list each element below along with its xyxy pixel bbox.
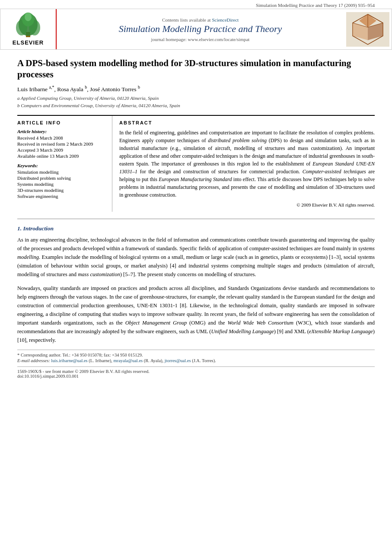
email-1: luis.iribarne@ual.es bbox=[51, 358, 87, 363]
journal-homepage: journal homepage: www.elsevier.com/locat… bbox=[151, 37, 250, 42]
issn-line-1: 1569-190X/$ - see front matter © 2009 El… bbox=[17, 369, 375, 374]
elsevier-tree-icon bbox=[13, 13, 43, 38]
history-revised: Received in revised form 2 March 2009 bbox=[17, 141, 106, 146]
sciencedirect-link[interactable]: ScienceDirect bbox=[212, 17, 239, 22]
journal-title: Simulation Modelling Practice and Theory bbox=[119, 23, 282, 35]
abstract-column: ABSTRACT In the field of engineering, gu… bbox=[112, 116, 375, 212]
affiliation-a: a Applied Computing Group, University of… bbox=[17, 95, 375, 102]
section-divider bbox=[17, 219, 375, 219]
footnotes-area: * Corresponding author. Tel.: +34 950 01… bbox=[17, 350, 375, 363]
corresponding-note: * Corresponding author. Tel.: +34 950 01… bbox=[17, 353, 375, 357]
email-3: jtorres@ual.es bbox=[165, 358, 191, 363]
affiliations: a Applied Computing Group, University of… bbox=[17, 95, 375, 109]
email-2: mrayala@ual.es bbox=[113, 358, 143, 363]
main-content: A DPS-based system modelling method for … bbox=[0, 50, 392, 387]
article-title: A DPS-based system modelling method for … bbox=[17, 57, 375, 80]
intro-heading: 1. Introduction bbox=[17, 225, 375, 232]
authors: Luis Iribarne a,*, Rosa Ayala b, José An… bbox=[17, 85, 375, 93]
article-info-abstract-section: ARTICLE INFO Article history: Received 4… bbox=[17, 115, 375, 212]
issn-area: 1569-190X/$ - see front matter © 2009 El… bbox=[17, 366, 375, 379]
article-info-column: ARTICLE INFO Article history: Received 4… bbox=[17, 116, 112, 212]
affiliation-b: b Computers and Environmental Group, Uni… bbox=[17, 102, 375, 109]
elsevier-label: ELSEVIER bbox=[13, 39, 44, 46]
abstract-heading: ABSTRACT bbox=[119, 120, 375, 125]
keywords-label: Keywords: bbox=[17, 163, 106, 168]
banner-center: Contents lists available at ScienceDirec… bbox=[57, 15, 344, 43]
keyword-4: 3D-structures modelling bbox=[17, 188, 106, 193]
issn-line-2: doi:10.1016/j.simpat.2009.03.001 bbox=[17, 374, 375, 379]
banner-decorative-image bbox=[344, 12, 392, 47]
history-online: Available online 13 March 2009 bbox=[17, 153, 106, 159]
banner-image-icon bbox=[346, 12, 389, 47]
keyword-1: Simulation modelling bbox=[17, 169, 106, 175]
journal-banner: ELSEVIER Contents lists available at Sci… bbox=[0, 9, 392, 50]
keyword-3: Systems modelling bbox=[17, 182, 106, 187]
journal-header: Simulation Modelling Practice and Theory… bbox=[0, 0, 392, 9]
abstract-text: In the field of engineering, guidelines … bbox=[119, 129, 375, 199]
elsevier-logo: ELSEVIER bbox=[0, 9, 57, 49]
history-received: Received 4 March 2008 bbox=[17, 135, 106, 140]
svg-point-5 bbox=[25, 13, 32, 21]
keyword-5: Software engineering bbox=[17, 194, 106, 199]
history-label: Article history: bbox=[17, 129, 106, 134]
article-info-heading: ARTICLE INFO bbox=[17, 120, 106, 125]
sciencedirect-label: Contents lists available at ScienceDirec… bbox=[162, 17, 239, 22]
intro-paragraph-1: As in any engineering discipline, techno… bbox=[17, 236, 375, 279]
copyright: © 2009 Elsevier B.V. All rights reserved… bbox=[119, 202, 375, 207]
keyword-2: Distributed problem solving bbox=[17, 175, 106, 181]
history-accepted: Accepted 3 March 2009 bbox=[17, 147, 106, 153]
intro-paragraph-2: Nowadays, quality standards are imposed … bbox=[17, 284, 375, 344]
email-line: E-mail addresses: luis.iribarne@ual.es (… bbox=[17, 358, 375, 363]
